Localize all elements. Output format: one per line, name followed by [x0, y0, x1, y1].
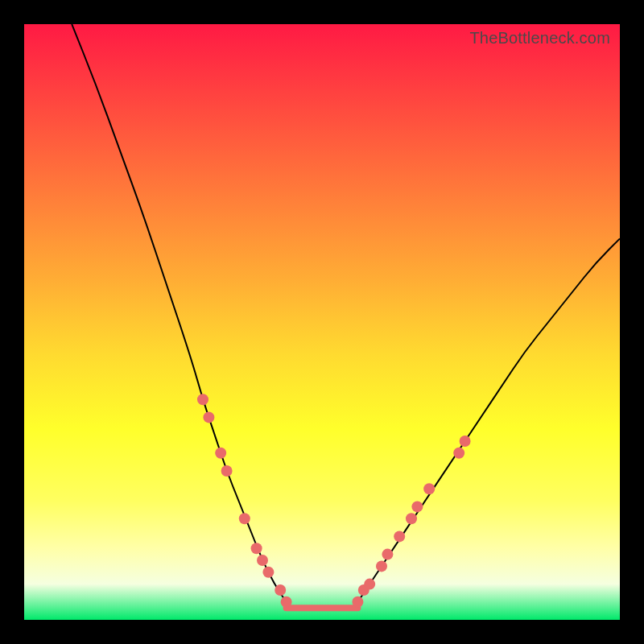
- data-marker: [352, 597, 363, 608]
- data-marker: [262, 567, 274, 578]
- data-marker: [364, 579, 375, 590]
- right-curve: [357, 238, 620, 601]
- data-marker: [215, 448, 226, 459]
- data-marker: [251, 543, 262, 554]
- chart-svg: [24, 24, 620, 620]
- data-marker: [423, 483, 435, 494]
- data-marker: [275, 584, 286, 596]
- data-marker: [406, 513, 417, 524]
- plot-area: TheBottleneck.com: [24, 24, 620, 620]
- data-marker: [394, 530, 405, 542]
- data-marker: [239, 513, 250, 524]
- data-marker: [411, 501, 423, 512]
- data-marker: [376, 560, 387, 572]
- data-marker: [197, 394, 208, 405]
- data-marker: [382, 549, 393, 560]
- data-marker: [460, 436, 471, 447]
- data-marker: [257, 555, 268, 566]
- data-marker: [203, 411, 214, 423]
- chart-frame: TheBottleneck.com: [0, 0, 644, 644]
- data-marker: [453, 448, 464, 459]
- left-curve: [72, 24, 286, 602]
- data-marker: [221, 465, 233, 477]
- data-marker: [281, 597, 292, 608]
